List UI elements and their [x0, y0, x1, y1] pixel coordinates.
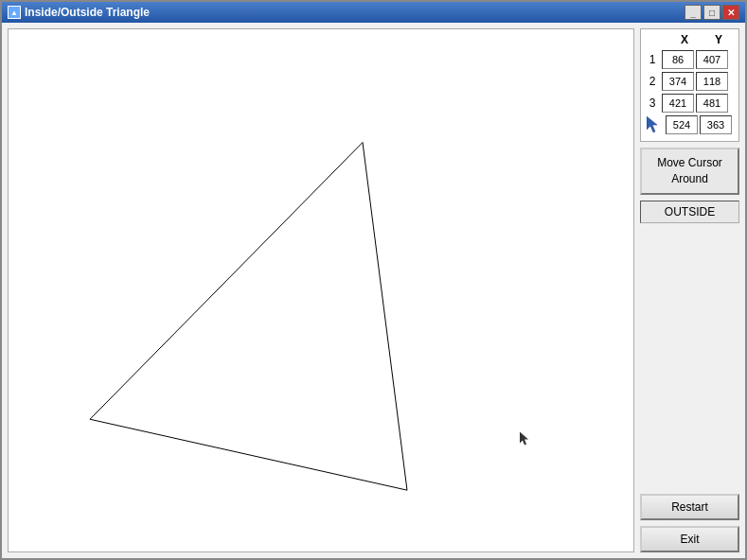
content-area: X Y 1 2 3: [2, 23, 745, 558]
window-icon: ▲: [8, 6, 21, 19]
maximize-button[interactable]: □: [703, 5, 720, 20]
y-input-3[interactable]: [696, 94, 728, 113]
right-panel: X Y 1 2 3: [640, 28, 739, 552]
exit-button[interactable]: Exit: [640, 526, 739, 552]
main-window: ▲ Inside/Outside Triangle _ □ ✕ X Y 1: [0, 0, 747, 560]
coord-row-2: 2: [645, 72, 735, 91]
x-header: X: [668, 33, 701, 46]
restart-button[interactable]: Restart: [640, 494, 739, 520]
x-input-2[interactable]: [662, 72, 694, 91]
row-label-1: 1: [645, 53, 660, 66]
title-buttons: _ □ ✕: [685, 5, 739, 20]
window-title: Inside/Outside Triangle: [25, 6, 150, 19]
cursor-x-input[interactable]: [666, 115, 698, 134]
y-input-1[interactable]: [696, 50, 728, 69]
drawing-canvas-area: [8, 28, 634, 552]
row-label-2: 2: [645, 75, 660, 88]
spacer: [640, 229, 739, 488]
svg-marker-0: [647, 116, 657, 132]
cursor-y-input[interactable]: [700, 115, 732, 134]
cursor-coord-row: [645, 115, 735, 134]
coord-row-1: 1: [645, 50, 735, 69]
x-input-1[interactable]: [662, 50, 694, 69]
minimize-button[interactable]: _: [685, 5, 702, 20]
coords-header: X Y: [645, 33, 735, 46]
cursor-icon: [645, 115, 664, 134]
coord-row-3: 3: [645, 94, 735, 113]
title-bar: ▲ Inside/Outside Triangle _ □ ✕: [2, 2, 745, 23]
x-input-3[interactable]: [662, 94, 694, 113]
inside-outside-status: OUTSIDE: [640, 201, 739, 223]
y-header: Y: [703, 33, 735, 46]
row-label-3: 3: [645, 96, 660, 110]
move-cursor-button[interactable]: Move Cursor Around: [640, 148, 739, 195]
triangle-canvas: [9, 29, 633, 551]
close-button[interactable]: ✕: [722, 5, 739, 20]
coordinates-table: X Y 1 2 3: [640, 28, 739, 142]
y-input-2[interactable]: [696, 72, 728, 91]
